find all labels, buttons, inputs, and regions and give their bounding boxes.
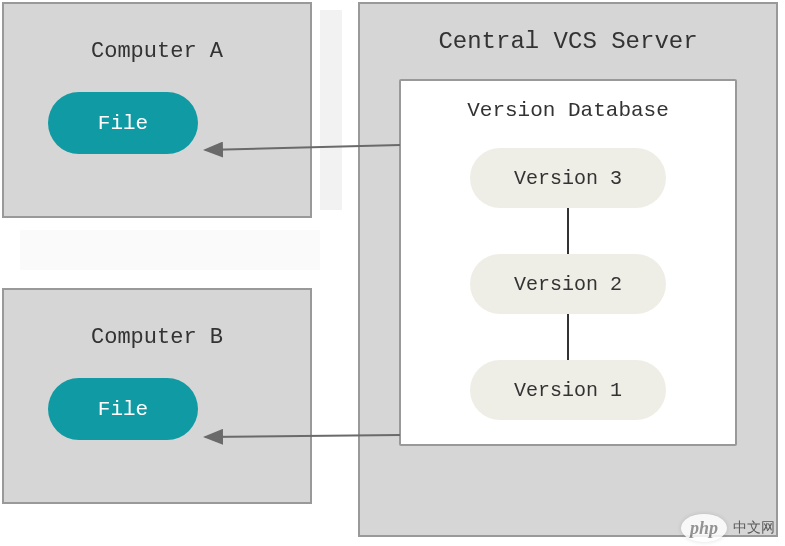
version-node-2: Version 2 <box>470 254 666 314</box>
file-label: File <box>98 398 148 421</box>
server-box: Central VCS Server Version Database Vers… <box>358 2 778 537</box>
version-database-box: Version Database Version 3 Version 2 Ver… <box>399 79 737 446</box>
computer-b-file-node: File <box>48 378 198 440</box>
connector-line <box>567 208 569 254</box>
version-label: Version 1 <box>514 379 622 402</box>
file-label: File <box>98 112 148 135</box>
computer-a-box: Computer A File <box>2 2 312 218</box>
version-node-1: Version 1 <box>470 360 666 420</box>
watermark-text: 中文网 <box>733 519 775 537</box>
version-label: Version 2 <box>514 273 622 296</box>
computer-a-file-node: File <box>48 92 198 154</box>
computer-b-box: Computer B File <box>2 288 312 504</box>
bg-strip <box>320 10 342 210</box>
version-node-3: Version 3 <box>470 148 666 208</box>
version-label: Version 3 <box>514 167 622 190</box>
computer-b-title: Computer B <box>24 325 290 350</box>
connector-line <box>567 314 569 360</box>
computer-a-title: Computer A <box>24 39 290 64</box>
bg-strip <box>20 230 320 270</box>
watermark: php 中文网 <box>681 514 775 542</box>
server-title: Central VCS Server <box>378 28 758 55</box>
watermark-badge: php <box>681 514 727 542</box>
database-title: Version Database <box>401 99 735 122</box>
